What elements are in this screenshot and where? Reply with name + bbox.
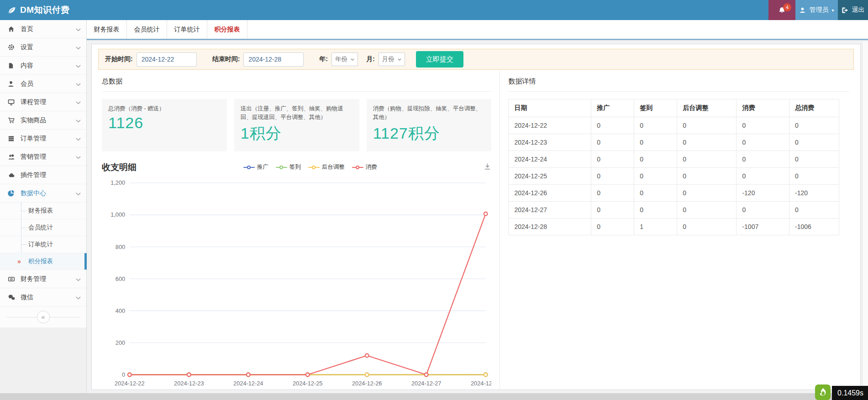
sidebar-item-settings[interactable]: 设置 bbox=[0, 38, 86, 57]
year-select[interactable]: 年份 bbox=[331, 52, 358, 66]
table-header-row: 日期 推广 签到 后台调整 消费 总消费 bbox=[509, 99, 839, 117]
chevron-down-icon bbox=[76, 44, 81, 51]
col-header-total: 总消费 bbox=[789, 99, 839, 117]
col-header-signin: 签到 bbox=[634, 99, 677, 117]
svg-text:1,000: 1,000 bbox=[110, 211, 125, 218]
sidebar-item-finance-mgmt[interactable]: 财务管理 bbox=[0, 270, 86, 288]
chevron-down-icon bbox=[76, 117, 81, 124]
server-list-icon bbox=[8, 135, 19, 142]
file-icon bbox=[8, 62, 19, 69]
cloud-icon bbox=[8, 172, 19, 178]
sidebar-subitem-finance-report[interactable]: 财务报表 bbox=[0, 203, 86, 219]
svg-text:2024-12-28: 2024-12-28 bbox=[471, 380, 492, 387]
table-row: 2024-12-2300000 bbox=[509, 134, 839, 151]
logout-icon bbox=[842, 7, 849, 14]
tab-member-stats[interactable]: 会员统计 bbox=[127, 20, 167, 39]
end-date-input[interactable] bbox=[243, 52, 304, 67]
sidebar-item-plugins[interactable]: 插件管理 bbox=[0, 166, 86, 184]
legend-marker bbox=[243, 166, 255, 169]
sidebar-collapse-button[interactable]: « bbox=[37, 311, 50, 323]
user-label: 管理员 bbox=[809, 6, 828, 14]
summary-title: 总数据 bbox=[102, 70, 491, 92]
table-row: 2024-12-2500000 bbox=[509, 168, 839, 185]
sidebar-item-members[interactable]: 会员 bbox=[0, 75, 86, 93]
sidebar-subitem-order-stats[interactable]: 订单统计 bbox=[0, 236, 86, 253]
collapse-icon: « bbox=[42, 313, 45, 321]
chart-canvas: 02004006008001,0001,2002024-12-222024-12… bbox=[102, 176, 491, 400]
chevron-down-icon bbox=[76, 26, 81, 33]
stat-card-given-out: 送出（注册、推广、签到、抽奖、购物退回、提现退回、平台调整、其他） 1积分 bbox=[234, 99, 359, 151]
tab-points-report[interactable]: 积分报表 bbox=[207, 20, 247, 39]
brand-logo[interactable]: DM知识付费 bbox=[0, 0, 87, 20]
svg-text:600: 600 bbox=[116, 275, 125, 282]
stat-value: 1积分 bbox=[241, 123, 353, 144]
line-chart[interactable]: 02004006008001,0001,2002024-12-222024-12… bbox=[102, 176, 491, 400]
chevron-down-icon bbox=[76, 190, 81, 197]
leaf-icon bbox=[7, 6, 16, 14]
stat-card-total-consumption: 总消费（消费 - 赠送） 1126 bbox=[102, 99, 227, 151]
chart-legend: 推广 签到 后台调整 bbox=[137, 163, 484, 171]
tab-order-stats[interactable]: 订单统计 bbox=[167, 20, 207, 39]
table-row: 2024-12-26000-120-120 bbox=[509, 185, 839, 202]
page-scrollbar[interactable] bbox=[862, 42, 868, 393]
tree-tick bbox=[21, 228, 26, 228]
chevron-down-icon: ▾ bbox=[831, 8, 834, 13]
sidebar-item-orders[interactable]: 订单管理 bbox=[0, 130, 86, 148]
sidebar-item-courses[interactable]: 课程管理 bbox=[0, 93, 86, 111]
svg-text:2024-12-27: 2024-12-27 bbox=[411, 380, 441, 387]
svg-text:2024-12-23: 2024-12-23 bbox=[174, 380, 204, 387]
tab-finance-report[interactable]: 财务报表 bbox=[87, 20, 127, 39]
start-date-input[interactable] bbox=[137, 52, 197, 67]
legend-marker bbox=[308, 166, 320, 169]
legend-item-consumption[interactable]: 消费 bbox=[352, 163, 377, 171]
svg-text:2024-12-22: 2024-12-22 bbox=[115, 380, 144, 387]
legend-item-promotion[interactable]: 推广 bbox=[243, 163, 268, 171]
sidebar-item-wechat[interactable]: 微信 bbox=[0, 288, 86, 306]
user-menu-button[interactable]: 管理员 ▾ bbox=[795, 0, 838, 20]
gear-icon bbox=[8, 44, 19, 51]
col-header-date: 日期 bbox=[509, 99, 591, 117]
sidebar-item-marketing[interactable]: 营销管理 bbox=[0, 148, 86, 166]
sidebar-item-data-center[interactable]: 数据中心 bbox=[0, 184, 86, 203]
logout-button[interactable]: 退出 bbox=[838, 0, 868, 20]
sidebar-item-content[interactable]: 内容 bbox=[0, 57, 86, 75]
sidebar-subitem-member-stats[interactable]: 会员统计 bbox=[0, 219, 86, 236]
download-icon[interactable] bbox=[484, 163, 491, 172]
content-area: 开始时间: 结束时间: 年: 年份 月: 月份 bbox=[87, 40, 868, 400]
bottom-strip bbox=[0, 393, 868, 400]
thinkphp-flame-icon bbox=[815, 384, 831, 400]
svg-text:800: 800 bbox=[116, 243, 125, 250]
brand-title: DM知识付费 bbox=[20, 4, 70, 16]
select-chevron-icon bbox=[351, 58, 354, 61]
col-header-backend-adjust: 后台调整 bbox=[677, 99, 736, 117]
table-row: 2024-12-2400000 bbox=[509, 151, 839, 168]
svg-text:0: 0 bbox=[122, 371, 125, 378]
chevron-down-icon bbox=[76, 294, 81, 301]
banknote-icon bbox=[8, 276, 19, 282]
double-arrow-icon: » bbox=[17, 258, 21, 265]
legend-item-signin[interactable]: 签到 bbox=[276, 163, 301, 171]
details-title: 数据详情 bbox=[508, 70, 849, 92]
data-center-submenu: 财务报表 会员统计 订单统计 » 积分报表 bbox=[0, 203, 86, 270]
month-select[interactable]: 月份 bbox=[379, 52, 405, 66]
submit-button[interactable]: 立即提交 bbox=[416, 51, 463, 68]
filter-bar: 开始时间: 结束时间: 年: 年份 月: 月份 bbox=[98, 49, 854, 70]
details-column: 数据详情 日期 推广 签到 后台调整 消费 总消费 bbox=[500, 70, 854, 390]
legend-item-backend-adjust[interactable]: 后台调整 bbox=[308, 163, 345, 171]
legend-marker bbox=[352, 166, 363, 169]
top-navbar: DM知识付费 4 管理员 ▾ 退出 bbox=[0, 0, 868, 20]
svg-text:400: 400 bbox=[116, 307, 125, 314]
trace-widget[interactable]: 0.1459s bbox=[815, 384, 868, 400]
sidebar-item-goods[interactable]: 实物商品 bbox=[0, 111, 86, 130]
monitor-icon bbox=[8, 99, 19, 105]
notifications-button[interactable]: 4 bbox=[768, 0, 795, 20]
chevron-down-icon bbox=[76, 275, 81, 283]
legend-marker bbox=[276, 166, 287, 169]
details-table: 日期 推广 签到 后台调整 消费 总消费 2024-12-2200000 bbox=[508, 99, 839, 235]
svg-text:200: 200 bbox=[116, 339, 125, 346]
chevron-down-icon bbox=[76, 153, 81, 161]
main-area: 财务报表 会员统计 订单统计 积分报表 开始时间: 结束时间: 年: 年份 bbox=[87, 20, 868, 400]
sidebar-item-home[interactable]: 首页 bbox=[0, 20, 86, 38]
sidebar-subitem-points-report[interactable]: » 积分报表 bbox=[0, 253, 86, 270]
col-header-consumption: 消费 bbox=[736, 99, 789, 117]
